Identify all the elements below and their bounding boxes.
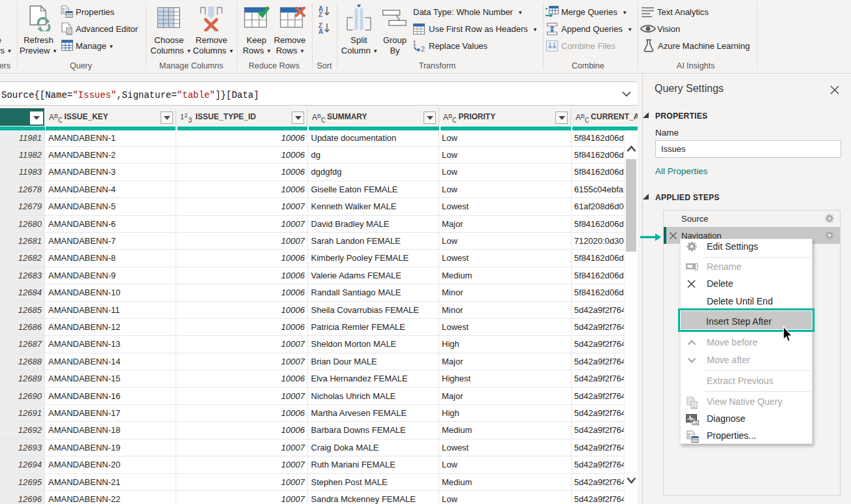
- svg-text:C: C: [321, 117, 325, 123]
- svg-text:1: 1: [412, 39, 416, 47]
- svg-text:2: 2: [421, 45, 425, 52]
- svg-text:3: 3: [189, 117, 193, 124]
- svg-text:C: C: [585, 117, 589, 123]
- svg-text:C: C: [58, 117, 62, 123]
- svg-text:A: A: [318, 28, 323, 35]
- svg-text:A: A: [576, 113, 581, 122]
- svg-text:2: 2: [185, 112, 188, 119]
- svg-text:A: A: [443, 113, 448, 122]
- svg-text:Z: Z: [318, 11, 322, 18]
- svg-text:A: A: [49, 113, 54, 122]
- svg-text:1: 1: [180, 113, 184, 121]
- svg-text:C: C: [452, 117, 456, 123]
- svg-text:A: A: [312, 113, 317, 122]
